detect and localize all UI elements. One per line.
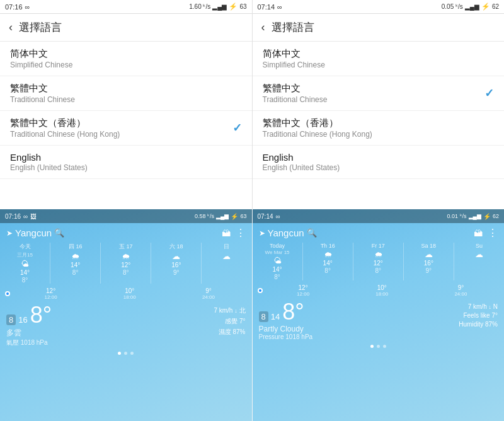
right-current-numbers: 8 14 8° — [259, 301, 313, 323]
right-w-time: 07:14 — [258, 213, 273, 220]
forecast-day: 五 17 🌧 12° 8° — [103, 243, 148, 276]
forecast-day: Today We Mar 15 🌤 14° 8° — [255, 243, 300, 280]
forecast-day: 四 16 🌧 14° 8° — [53, 243, 98, 276]
right-more-icon[interactable]: ⋮ — [488, 227, 498, 239]
right-back-button[interactable]: ‹ — [261, 21, 265, 34]
forecast-day: 日 ☁ — [204, 243, 249, 261]
lang-item[interactable]: English English (United States) — [253, 146, 505, 179]
forecast-date-label: We Mar 15 — [265, 250, 290, 255]
lang-name: English — [263, 152, 340, 163]
lang-item[interactable]: 繁體中文 Traditional Chinese — [0, 76, 252, 111]
lang-sub: English (United States) — [10, 163, 88, 172]
left-forecast-row: 今天 三月15 🌤 14° 8° 四 16 🌧 14° 8° 五 17 🌧 12… — [0, 241, 252, 285]
lang-item-texts: 繁體中文 Traditional Chinese — [10, 83, 75, 104]
lang-item-texts: 繁體中文（香港） Traditional Chinese (Hong Kong) — [263, 117, 372, 139]
lang-item-texts: 简体中文 Simplified Chinese — [263, 48, 325, 69]
lang-item[interactable]: 繁體中文（香港） Traditional Chinese (Hong Kong) — [253, 111, 505, 146]
right-battery: 62 — [492, 3, 499, 10]
forecast-high: 14° — [272, 266, 282, 273]
left-bolt-icon: ⚡ — [229, 3, 238, 11]
left-pressure: 氣壓 1018 hPa — [6, 338, 52, 347]
forecast-icon: 🌧 — [71, 251, 79, 261]
lang-item[interactable]: 简体中文 Simplified Chinese — [253, 42, 505, 76]
left-w-network: ∞ — [23, 213, 28, 220]
left-network-icon: ∞ — [25, 3, 30, 11]
lang-item-texts: 繁體中文（香港） Traditional Chinese (Hong Kong) — [10, 117, 120, 139]
weather-panels: 07:16 ∞ 🖼 0.58 ᵏ/s ▂▄▆ ⚡ 63 ➤ Yangcun 🔍 … — [0, 209, 504, 421]
left-speed: 1.60 ᵏ/s — [189, 3, 210, 10]
forecast-icon: 🌤 — [273, 256, 282, 265]
forecast-day-label: Th 16 — [321, 243, 335, 249]
forecast-icon: 🌤 — [21, 259, 29, 268]
timeline-item: 10° 18:00 — [344, 284, 420, 297]
left-humidity: 濕度 87% — [219, 328, 246, 337]
left-current-weather: 8 16 8° 多雲 氣壓 1018 hPa 7 km/h ↓ 北 感覺 7° … — [0, 301, 252, 350]
forecast-day-label: Fr 17 — [372, 243, 385, 249]
left-location-right: 🏔 ⋮ — [222, 227, 246, 239]
right-temp-big: 8° — [282, 301, 304, 323]
lang-item-texts: English English (United States) — [10, 152, 88, 172]
timeline-temp: 9° — [205, 287, 212, 294]
forecast-low: 9° — [426, 267, 432, 274]
forecast-day: Su ☁ — [457, 243, 501, 259]
right-speed: 0.05 ᵏ/s — [442, 3, 463, 10]
left-desc: 多雲 — [6, 328, 52, 338]
right-weather-panel: 07:14 ∞ 0.01 ᵏ/s ▂▄▆ ⚡ 62 ➤ Yangcun 🔍 🏔 … — [253, 209, 505, 421]
lang-name: 繁體中文（香港） — [10, 117, 120, 129]
right-desc: Partly Cloudy — [259, 325, 313, 333]
forecast-icon: 🌧 — [324, 250, 332, 259]
timeline-temp: 12° — [299, 284, 308, 291]
timeline-item: 12° 12:00 — [265, 284, 341, 297]
right-search-icon[interactable]: 🔍 — [307, 228, 317, 238]
lang-name: 简体中文 — [263, 48, 325, 60]
lang-name: 繁體中文 — [10, 83, 75, 95]
lang-item[interactable]: 繁體中文 Traditional Chinese ✓ — [253, 76, 505, 111]
left-weather-status-bar: 07:16 ∞ 🖼 0.58 ᵏ/s ▂▄▆ ⚡ 63 — [0, 209, 252, 223]
forecast-icon: ☁ — [425, 250, 433, 259]
lang-item[interactable]: 繁體中文（香港） Traditional Chinese (Hong Kong)… — [0, 111, 252, 146]
right-location-arrow: ➤ — [259, 229, 265, 238]
right-w-battery: 62 — [493, 213, 499, 219]
right-signal-icon: ▂▄▆ — [465, 3, 479, 10]
forecast-day: Sa 18 ☁ 16° 9° — [406, 243, 451, 274]
timeline-time: 24:00 — [202, 294, 215, 300]
left-w-speed: 0.58 ᵏ/s — [195, 213, 214, 219]
right-humidity: Humidity 87% — [459, 321, 498, 328]
left-w-img-icon: 🖼 — [30, 213, 37, 220]
right-current-left: 8 14 8° Partly Cloudy Pressure 1018 hPa — [259, 301, 313, 340]
forecast-high: 12° — [374, 260, 383, 267]
lang-sub: Traditional Chinese — [10, 95, 75, 104]
forecast-day-label: 日 — [224, 243, 229, 251]
timeline-item: 10° 18:00 — [91, 287, 168, 300]
left-dot-1 — [118, 352, 121, 355]
left-dot-3 — [130, 352, 134, 355]
left-battery: 63 — [239, 3, 246, 10]
lang-item-texts: 繁體中文 Traditional Chinese — [263, 83, 328, 104]
left-location-row: ➤ Yangcun 🔍 🏔 ⋮ — [0, 223, 252, 241]
left-panel-header: ‹ 選擇語言 — [0, 14, 252, 42]
timeline-temp: 12° — [46, 287, 55, 294]
forecast-day-label: 今天 — [20, 243, 31, 251]
left-current-right: 7 km/h ↓ 北 感覺 7° 濕度 87% — [58, 304, 245, 337]
left-location-arrow: ➤ — [6, 229, 13, 238]
forecast-date-label: 三月15 — [17, 251, 33, 258]
right-current-weather: 8 14 8° Partly Cloudy Pressure 1018 hPa … — [253, 298, 505, 343]
left-search-icon[interactable]: 🔍 — [54, 228, 64, 238]
language-panels: ‹ 選擇語言 简体中文 Simplified Chinese 繁體中文 Trad… — [0, 14, 504, 209]
timeline-time: 12:00 — [45, 294, 57, 300]
left-time: 07:16 — [5, 3, 23, 11]
lang-item[interactable]: English English (United States) — [0, 146, 252, 179]
status-bar-row: 07:16 ∞ 1.60 ᵏ/s ▂▄▆ ⚡ 63 07:14 ∞ 0.05 ᵏ… — [0, 0, 504, 14]
lang-item[interactable]: 简体中文 Simplified Chinese — [0, 42, 252, 76]
forecast-day-label: Sa 18 — [421, 243, 437, 249]
forecast-icon: ☁ — [475, 250, 483, 259]
right-pressure: Pressure 1018 hPa — [259, 333, 313, 340]
lang-sub: Traditional Chinese — [263, 95, 328, 104]
right-panel-header: ‹ 選擇語言 — [253, 14, 505, 42]
left-more-icon[interactable]: ⋮ — [236, 227, 246, 239]
timeline-time: 24:00 — [454, 291, 467, 297]
right-location-row: ➤ Yangcun 🔍 🏔 ⋮ — [253, 223, 505, 241]
left-back-button[interactable]: ‹ — [9, 21, 13, 34]
right-temp-display: 14 — [271, 312, 280, 321]
forecast-low: 8° — [123, 269, 129, 276]
